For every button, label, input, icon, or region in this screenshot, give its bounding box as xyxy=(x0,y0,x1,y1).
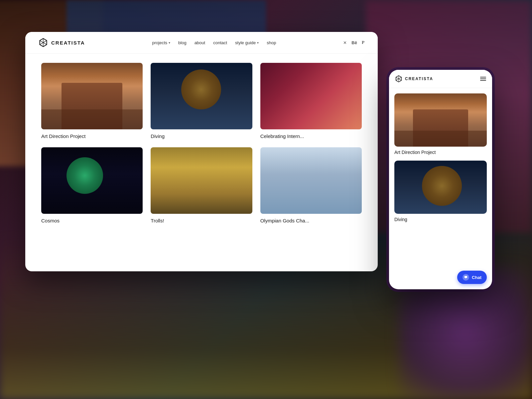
project-thumb-cosmos xyxy=(41,147,143,214)
chat-label: Chat xyxy=(472,275,481,280)
style-guide-chevron-icon: ▾ xyxy=(257,41,259,45)
hamburger-menu-button[interactable] xyxy=(480,77,486,81)
mobile-browser-card: CREATISTA Art Direction Project Diving xyxy=(389,70,492,289)
desktop-logo-text: CREATISTA xyxy=(51,40,85,46)
project-title-art-direction: Art Direction Project xyxy=(41,133,85,139)
mobile-art-direction-image xyxy=(394,93,487,147)
mobile-logo-icon xyxy=(395,75,402,82)
social-links: ✕ Bē 𝐏 xyxy=(343,40,364,45)
project-thumb-trolls xyxy=(151,147,252,214)
desktop-browser-card: CREATISTA projects ▾ blog about contact … xyxy=(25,32,378,271)
nav-item-shop[interactable]: shop xyxy=(267,40,276,45)
project-thumb-art-direction xyxy=(41,63,143,129)
project-thumb-celebrating xyxy=(260,63,362,129)
chat-icon xyxy=(463,274,469,281)
twitter-icon[interactable]: ✕ xyxy=(343,40,347,45)
mobile-diving-image xyxy=(394,161,487,214)
hamburger-line-1 xyxy=(480,77,486,77)
chat-button[interactable]: Chat xyxy=(457,271,487,284)
art-direction-image xyxy=(41,63,143,129)
nav-item-projects[interactable]: projects ▾ xyxy=(152,40,171,45)
trolls-image xyxy=(151,147,252,214)
desktop-logo[interactable]: CREATISTA xyxy=(39,38,85,47)
project-thumb-olympian xyxy=(260,147,362,214)
celebrating-image xyxy=(260,63,362,129)
project-item-celebrating[interactable]: Celebrating Intern... xyxy=(256,63,366,147)
project-title-celebrating: Celebrating Intern... xyxy=(260,133,304,139)
mobile-logo-text: CREATISTA xyxy=(405,76,433,81)
project-item-art-direction[interactable]: Art Direction Project xyxy=(37,63,147,147)
mobile-project-title-diving: Diving xyxy=(394,217,407,222)
mobile-project-item-diving[interactable]: Diving xyxy=(394,161,487,222)
nav-item-contact[interactable]: contact xyxy=(213,40,227,45)
nav-item-about[interactable]: about xyxy=(195,40,205,45)
mobile-navbar: CREATISTA xyxy=(389,70,492,88)
mobile-project-thumb-art-direction xyxy=(394,93,487,147)
diving-image xyxy=(151,63,252,129)
mobile-project-thumb-diving xyxy=(394,161,487,214)
projects-grid: Art Direction Project Diving Celebrating… xyxy=(25,54,378,241)
mobile-project-item-art-direction[interactable]: Art Direction Project xyxy=(394,93,487,155)
mobile-content: Art Direction Project Diving xyxy=(389,88,492,289)
mobile-logo[interactable]: CREATISTA xyxy=(395,75,433,82)
project-title-olympian: Olympian Gods Cha... xyxy=(260,218,310,223)
project-item-diving[interactable]: Diving xyxy=(147,63,256,147)
logo-icon xyxy=(39,38,48,47)
project-thumb-diving xyxy=(151,63,252,129)
cosmos-image xyxy=(41,147,143,214)
desktop-nav-links: projects ▾ blog about contact style guid… xyxy=(152,40,276,45)
desktop-navbar: CREATISTA projects ▾ blog about contact … xyxy=(25,32,378,54)
project-title-cosmos: Cosmos xyxy=(41,218,60,223)
pinterest-icon[interactable]: 𝐏 xyxy=(362,40,364,45)
project-item-trolls[interactable]: Trolls! xyxy=(147,147,256,232)
behance-icon[interactable]: Bē xyxy=(351,40,357,45)
nav-item-style-guide[interactable]: style guide ▾ xyxy=(235,40,259,45)
project-item-olympian[interactable]: Olympian Gods Cha... xyxy=(256,147,366,232)
project-item-cosmos[interactable]: Cosmos xyxy=(37,147,147,232)
olympian-image xyxy=(260,147,362,214)
mobile-project-title-art-direction: Art Direction Project xyxy=(394,150,436,155)
projects-chevron-icon: ▾ xyxy=(169,41,170,45)
hamburger-line-2 xyxy=(480,78,486,79)
project-title-diving: Diving xyxy=(151,133,165,139)
nav-item-blog[interactable]: blog xyxy=(178,40,187,45)
project-title-trolls: Trolls! xyxy=(151,218,164,223)
hamburger-line-3 xyxy=(480,80,486,81)
